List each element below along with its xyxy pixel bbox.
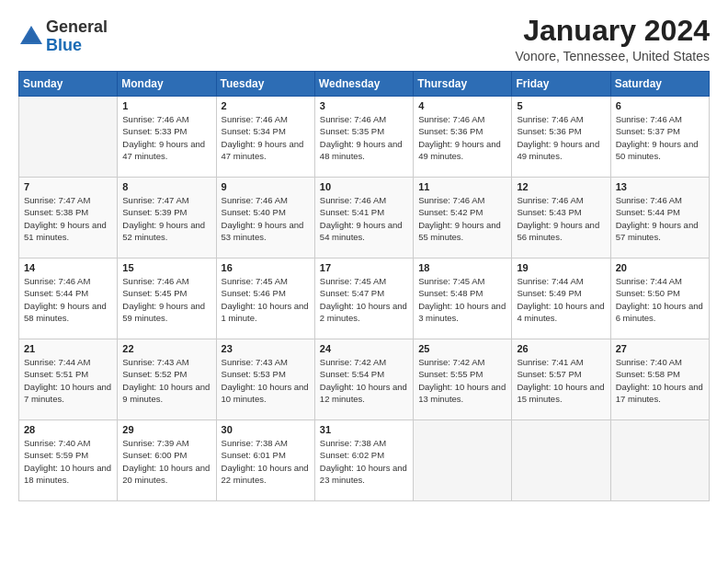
- day-info: Sunrise: 7:46 AMSunset: 5:34 PMDaylight:…: [222, 113, 310, 162]
- day-info: Sunrise: 7:44 AMSunset: 5:51 PMDaylight:…: [24, 356, 112, 405]
- header-row: SundayMondayTuesdayWednesdayThursdayFrid…: [19, 72, 710, 97]
- day-cell: [610, 420, 709, 501]
- logo-text: General Blue: [46, 18, 108, 55]
- day-number: 7: [24, 181, 112, 192]
- day-number: 12: [517, 181, 605, 192]
- day-number: 6: [616, 100, 704, 111]
- day-info: Sunrise: 7:45 AMSunset: 5:48 PMDaylight:…: [418, 275, 506, 324]
- day-info: Sunrise: 7:46 AMSunset: 5:44 PMDaylight:…: [616, 194, 704, 243]
- day-info: Sunrise: 7:46 AMSunset: 5:43 PMDaylight:…: [517, 194, 605, 243]
- day-info: Sunrise: 7:46 AMSunset: 5:42 PMDaylight:…: [418, 194, 506, 243]
- week-row-2: 7Sunrise: 7:47 AMSunset: 5:38 PMDaylight…: [19, 178, 710, 259]
- day-cell: [414, 420, 512, 501]
- day-info: Sunrise: 7:46 AMSunset: 5:45 PMDaylight:…: [122, 275, 210, 324]
- day-number: 24: [320, 343, 408, 354]
- day-cell: 18Sunrise: 7:45 AMSunset: 5:48 PMDayligh…: [414, 259, 512, 339]
- day-cell: 30Sunrise: 7:38 AMSunset: 6:01 PMDayligh…: [216, 420, 314, 501]
- day-cell: 2Sunrise: 7:46 AMSunset: 5:34 PMDaylight…: [216, 97, 314, 178]
- day-info: Sunrise: 7:40 AMSunset: 5:58 PMDaylight:…: [616, 356, 704, 405]
- day-info: Sunrise: 7:40 AMSunset: 5:59 PMDaylight:…: [24, 437, 112, 486]
- day-number: 3: [320, 100, 408, 111]
- day-cell: 19Sunrise: 7:44 AMSunset: 5:49 PMDayligh…: [512, 259, 610, 339]
- day-number: 14: [24, 262, 112, 273]
- day-number: 18: [418, 262, 506, 273]
- logo-general: General: [46, 17, 108, 36]
- day-info: Sunrise: 7:42 AMSunset: 5:54 PMDaylight:…: [320, 356, 408, 405]
- col-header-sunday: Sunday: [19, 72, 118, 97]
- day-cell: 25Sunrise: 7:42 AMSunset: 5:55 PMDayligh…: [414, 339, 512, 420]
- day-info: Sunrise: 7:46 AMSunset: 5:37 PMDaylight:…: [616, 113, 704, 162]
- day-cell: 26Sunrise: 7:41 AMSunset: 5:57 PMDayligh…: [512, 339, 610, 420]
- day-cell: 13Sunrise: 7:46 AMSunset: 5:44 PMDayligh…: [610, 178, 709, 259]
- day-cell: 31Sunrise: 7:38 AMSunset: 6:02 PMDayligh…: [314, 420, 413, 501]
- day-number: 26: [517, 343, 605, 354]
- day-cell: 9Sunrise: 7:46 AMSunset: 5:40 PMDaylight…: [216, 178, 314, 259]
- logo-blue: Blue: [46, 36, 82, 54]
- day-cell: 11Sunrise: 7:46 AMSunset: 5:42 PMDayligh…: [414, 178, 512, 259]
- location: Vonore, Tennessee, United States: [516, 49, 710, 63]
- day-info: Sunrise: 7:45 AMSunset: 5:47 PMDaylight:…: [320, 275, 408, 324]
- day-info: Sunrise: 7:39 AMSunset: 6:00 PMDaylight:…: [122, 437, 210, 486]
- day-cell: 21Sunrise: 7:44 AMSunset: 5:51 PMDayligh…: [19, 339, 118, 420]
- title-block: January 2024 Vonore, Tennessee, United S…: [516, 15, 710, 63]
- day-info: Sunrise: 7:38 AMSunset: 6:02 PMDaylight:…: [320, 437, 408, 486]
- day-cell: 14Sunrise: 7:46 AMSunset: 5:44 PMDayligh…: [19, 259, 118, 339]
- day-cell: 5Sunrise: 7:46 AMSunset: 5:36 PMDaylight…: [512, 97, 610, 178]
- day-info: Sunrise: 7:46 AMSunset: 5:41 PMDaylight:…: [320, 194, 408, 243]
- week-row-4: 21Sunrise: 7:44 AMSunset: 5:51 PMDayligh…: [19, 339, 710, 420]
- day-cell: 1Sunrise: 7:46 AMSunset: 5:33 PMDaylight…: [118, 97, 216, 178]
- logo: General Blue: [18, 18, 108, 55]
- day-info: Sunrise: 7:44 AMSunset: 5:50 PMDaylight:…: [616, 275, 704, 324]
- day-number: 11: [418, 181, 506, 192]
- day-cell: 23Sunrise: 7:43 AMSunset: 5:53 PMDayligh…: [216, 339, 314, 420]
- day-number: 28: [24, 424, 112, 435]
- day-cell: 29Sunrise: 7:39 AMSunset: 6:00 PMDayligh…: [118, 420, 216, 501]
- col-header-saturday: Saturday: [610, 72, 709, 97]
- day-number: 25: [418, 343, 506, 354]
- day-number: 22: [122, 343, 210, 354]
- day-number: 10: [320, 181, 408, 192]
- day-number: 30: [222, 424, 310, 435]
- day-cell: [512, 420, 610, 501]
- day-info: Sunrise: 7:46 AMSunset: 5:33 PMDaylight:…: [122, 113, 210, 162]
- day-cell: 22Sunrise: 7:43 AMSunset: 5:52 PMDayligh…: [118, 339, 216, 420]
- day-cell: 7Sunrise: 7:47 AMSunset: 5:38 PMDaylight…: [19, 178, 118, 259]
- calendar-table: SundayMondayTuesdayWednesdayThursdayFrid…: [18, 71, 710, 501]
- day-number: 8: [122, 181, 210, 192]
- week-row-1: 1Sunrise: 7:46 AMSunset: 5:33 PMDaylight…: [19, 97, 710, 178]
- day-cell: 27Sunrise: 7:40 AMSunset: 5:58 PMDayligh…: [610, 339, 709, 420]
- col-header-monday: Monday: [118, 72, 216, 97]
- day-number: 9: [222, 181, 310, 192]
- day-number: 16: [222, 262, 310, 273]
- day-cell: 3Sunrise: 7:46 AMSunset: 5:35 PMDaylight…: [314, 97, 413, 178]
- day-info: Sunrise: 7:45 AMSunset: 5:46 PMDaylight:…: [222, 275, 310, 324]
- col-header-wednesday: Wednesday: [314, 72, 413, 97]
- day-info: Sunrise: 7:38 AMSunset: 6:01 PMDaylight:…: [222, 437, 310, 486]
- day-info: Sunrise: 7:46 AMSunset: 5:35 PMDaylight:…: [320, 113, 408, 162]
- day-cell: 17Sunrise: 7:45 AMSunset: 5:47 PMDayligh…: [314, 259, 413, 339]
- day-number: 2: [222, 100, 310, 111]
- day-info: Sunrise: 7:47 AMSunset: 5:38 PMDaylight:…: [24, 194, 112, 243]
- day-info: Sunrise: 7:46 AMSunset: 5:44 PMDaylight:…: [24, 275, 112, 324]
- day-cell: 10Sunrise: 7:46 AMSunset: 5:41 PMDayligh…: [314, 178, 413, 259]
- day-cell: 24Sunrise: 7:42 AMSunset: 5:54 PMDayligh…: [314, 339, 413, 420]
- day-info: Sunrise: 7:46 AMSunset: 5:36 PMDaylight:…: [418, 113, 506, 162]
- day-info: Sunrise: 7:42 AMSunset: 5:55 PMDaylight:…: [418, 356, 506, 405]
- col-header-thursday: Thursday: [414, 72, 512, 97]
- day-cell: 20Sunrise: 7:44 AMSunset: 5:50 PMDayligh…: [610, 259, 709, 339]
- day-info: Sunrise: 7:44 AMSunset: 5:49 PMDaylight:…: [517, 275, 605, 324]
- day-number: 5: [517, 100, 605, 111]
- logo-icon: [18, 24, 44, 50]
- day-cell: 8Sunrise: 7:47 AMSunset: 5:39 PMDaylight…: [118, 178, 216, 259]
- day-info: Sunrise: 7:41 AMSunset: 5:57 PMDaylight:…: [517, 356, 605, 405]
- day-number: 4: [418, 100, 506, 111]
- month-year: January 2024: [516, 15, 710, 47]
- day-number: 27: [616, 343, 704, 354]
- week-row-5: 28Sunrise: 7:40 AMSunset: 5:59 PMDayligh…: [19, 420, 710, 501]
- day-info: Sunrise: 7:43 AMSunset: 5:52 PMDaylight:…: [122, 356, 210, 405]
- day-cell: 4Sunrise: 7:46 AMSunset: 5:36 PMDaylight…: [414, 97, 512, 178]
- week-row-3: 14Sunrise: 7:46 AMSunset: 5:44 PMDayligh…: [19, 259, 710, 339]
- header: General Blue January 2024 Vonore, Tennes…: [18, 15, 710, 63]
- day-cell: 28Sunrise: 7:40 AMSunset: 5:59 PMDayligh…: [19, 420, 118, 501]
- day-number: 19: [517, 262, 605, 273]
